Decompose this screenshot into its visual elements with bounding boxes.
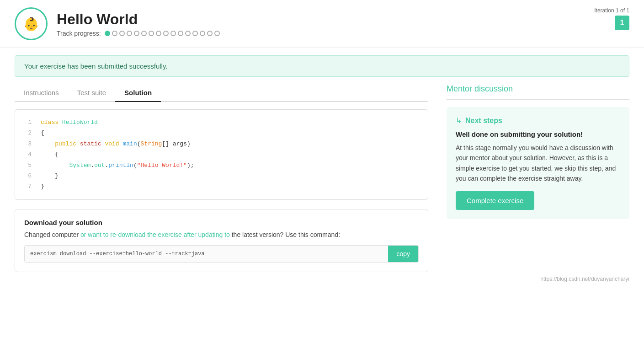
line-code-4: { [41, 149, 420, 160]
line-num-5: 5 [22, 160, 32, 171]
download-desc: Changed computer or want to re-download … [24, 230, 419, 240]
header: 👶 Hello World Track progress: [0, 0, 644, 48]
code-line-4: 4 { [22, 149, 420, 160]
next-steps-header: ↳ Next steps [456, 116, 620, 125]
command-text: exercism download --exercise=hello-world… [25, 246, 388, 262]
complete-exercise-button[interactable]: Complete exercise [456, 191, 534, 210]
track-progress-label: Track progress: [57, 30, 101, 37]
download-title: Download your solution [24, 219, 419, 226]
progress-dots [105, 31, 220, 36]
tabs: Instructions Test suite Solution [15, 84, 428, 102]
next-steps-title: Next steps [465, 117, 502, 125]
mentor-title-highlight: Mentor [447, 84, 472, 93]
right-panel: Mentor discussion ↳ Next steps Well done… [447, 84, 629, 272]
line-code-6: } [41, 171, 420, 181]
mentor-title-rest: discussion [474, 84, 513, 93]
progress-dot-5 [134, 31, 139, 36]
mentor-title: Mentor discussion [447, 84, 629, 100]
success-banner: Your exercise has been submitted success… [15, 55, 629, 77]
line-code-7: } [41, 181, 420, 192]
progress-dot-2 [112, 31, 117, 36]
progress-dot-12 [185, 31, 191, 36]
iteration-number: 1 [615, 16, 629, 30]
download-section: Download your solution Changed computer … [15, 209, 428, 272]
progress-dot-13 [192, 31, 198, 36]
download-link[interactable]: or want to re-download the exercise afte… [80, 231, 230, 238]
command-row: exercism download --exercise=hello-world… [24, 245, 419, 263]
header-title-area: Hello World Track progress: [57, 11, 629, 37]
logo-circle: 👶 [15, 7, 48, 40]
line-code-5: System.out.println("Hello World!"); [41, 160, 420, 171]
progress-dot-11 [178, 31, 183, 36]
progress-dot-7 [149, 31, 154, 36]
tab-instructions[interactable]: Instructions [15, 84, 68, 102]
progress-dot-9 [163, 31, 169, 36]
code-line-6: 6 } [22, 171, 420, 181]
line-num-4: 4 [22, 149, 32, 160]
progress-dot-4 [127, 31, 132, 36]
well-done-text: Well done on submitting your solution! [456, 130, 620, 138]
footer-link-text: https://blog.csdn.net/duyanyancharyi [540, 276, 629, 282]
progress-dot-1 [105, 31, 110, 36]
code-line-1: 1 class HelloWorld [22, 117, 420, 128]
progress-dot-15 [207, 31, 213, 36]
line-num-7: 7 [22, 181, 32, 192]
success-message: Your exercise has been submitted success… [24, 62, 168, 70]
line-num-6: 6 [22, 171, 32, 181]
tab-test-suite[interactable]: Test suite [68, 84, 115, 102]
code-line-5: 5 System.out.println("Hello World!"); [22, 160, 420, 171]
footer: https://blog.csdn.net/duyanyancharyi [0, 272, 644, 286]
code-line-7: 7 } [22, 181, 420, 192]
copy-button[interactable]: copy [388, 246, 418, 262]
line-code-1: class HelloWorld [41, 117, 420, 128]
iteration-text: Iteration 1 of 1 [594, 7, 629, 14]
left-panel: Instructions Test suite Solution 1 class… [15, 84, 428, 272]
tab-solution[interactable]: Solution [115, 84, 161, 102]
track-progress: Track progress: [57, 30, 629, 37]
main-content: Instructions Test suite Solution 1 class… [0, 84, 644, 272]
progress-dot-6 [141, 31, 147, 36]
next-steps-icon: ↳ [456, 116, 462, 125]
progress-dot-8 [156, 31, 161, 36]
progress-dot-16 [214, 31, 220, 36]
next-steps-card: ↳ Next steps Well done on submitting you… [447, 107, 629, 219]
progress-dot-10 [170, 31, 176, 36]
line-num-2: 2 [22, 128, 32, 138]
code-block: 1 class HelloWorld 2 { 3 public static v… [15, 109, 428, 200]
line-code-3: public static void main(String[] args) [41, 139, 420, 149]
next-steps-desc: At this stage normally you would have a … [456, 143, 620, 184]
code-line-2: 2 { [22, 128, 420, 138]
progress-dot-14 [200, 31, 205, 36]
code-line-3: 3 public static void main(String[] args) [22, 139, 420, 149]
line-num-3: 3 [22, 139, 32, 149]
page-title: Hello World [57, 11, 629, 28]
progress-dot-3 [119, 31, 125, 36]
mentor-section: Mentor discussion ↳ Next steps Well done… [447, 84, 629, 219]
iteration-badge-area: Iteration 1 of 1 1 [594, 7, 629, 30]
line-code-2: { [41, 128, 420, 138]
logo-icon: 👶 [23, 16, 39, 32]
line-num-1: 1 [22, 117, 32, 128]
